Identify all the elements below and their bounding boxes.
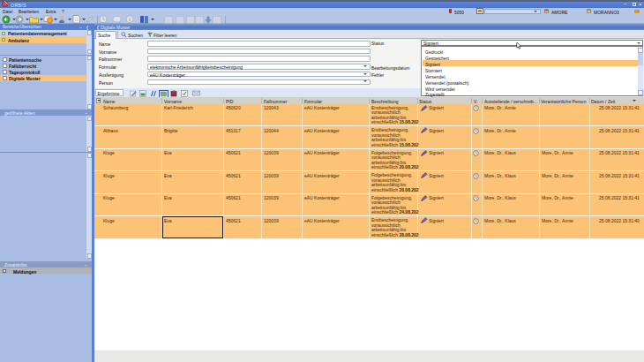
svg-text:i: i bbox=[129, 16, 131, 23]
